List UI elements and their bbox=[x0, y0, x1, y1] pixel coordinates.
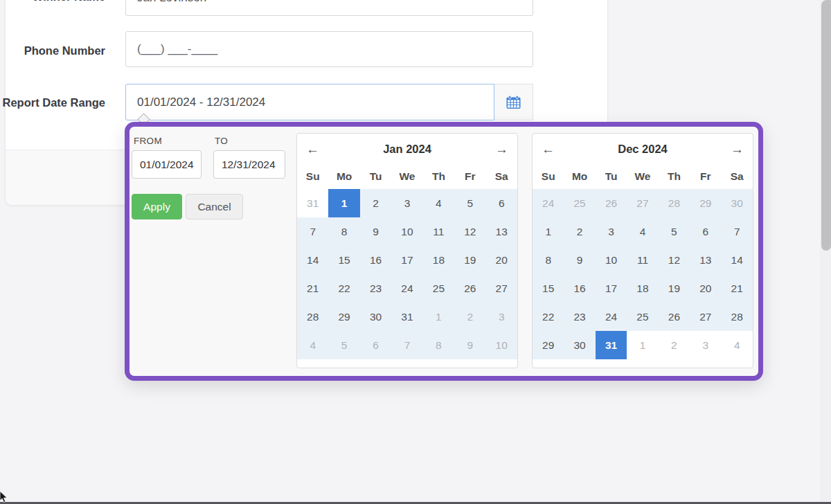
prev-month-icon[interactable]: ← bbox=[542, 143, 555, 156]
calendar-day[interactable]: 18 bbox=[423, 246, 454, 274]
calendar-day[interactable]: 3 bbox=[596, 217, 627, 246]
winner-name-input[interactable] bbox=[125, 0, 533, 16]
calendar-day[interactable]: 4 bbox=[722, 331, 753, 359]
calendar-day[interactable]: 10 bbox=[596, 246, 627, 274]
calendar-day[interactable]: 28 bbox=[659, 189, 690, 217]
calendar-day[interactable]: 16 bbox=[360, 246, 391, 274]
calendar-day[interactable]: 25 bbox=[627, 303, 658, 331]
calendar-day[interactable]: 20 bbox=[486, 246, 517, 274]
apply-button[interactable]: Apply bbox=[132, 194, 182, 219]
calendar-day[interactable]: 4 bbox=[297, 331, 328, 359]
calendar-day[interactable]: 10 bbox=[486, 331, 517, 359]
calendar-day[interactable]: 5 bbox=[454, 189, 485, 217]
calendar-day[interactable]: 22 bbox=[533, 303, 564, 331]
calendar-day[interactable]: 11 bbox=[423, 217, 454, 246]
calendar-day[interactable]: 6 bbox=[486, 189, 517, 217]
prev-month-icon[interactable]: ← bbox=[306, 143, 319, 156]
calendar-day[interactable]: 28 bbox=[297, 303, 328, 331]
calendar-day[interactable]: 15 bbox=[328, 246, 359, 274]
calendar-day[interactable]: 6 bbox=[360, 331, 391, 359]
calendar-day[interactable]: 30 bbox=[722, 189, 753, 217]
calendar-day[interactable]: 9 bbox=[360, 217, 391, 246]
calendar-day[interactable]: 7 bbox=[297, 217, 328, 246]
calendar-day[interactable]: 5 bbox=[328, 331, 359, 359]
calendar-icon bbox=[506, 96, 521, 109]
calendar-day[interactable]: 19 bbox=[454, 246, 485, 274]
calendar-day[interactable]: 30 bbox=[564, 331, 595, 359]
calendar-day[interactable]: 19 bbox=[659, 274, 690, 303]
calendar-day[interactable]: 17 bbox=[596, 274, 627, 303]
calendar-day[interactable]: 13 bbox=[486, 217, 517, 246]
calendar-day[interactable]: 12 bbox=[659, 246, 690, 274]
calendar-day[interactable]: 24 bbox=[391, 274, 422, 303]
calendar-day[interactable]: 5 bbox=[659, 217, 690, 246]
next-month-icon[interactable]: → bbox=[731, 143, 744, 156]
calendar-day[interactable]: 12 bbox=[454, 217, 485, 246]
calendar-day[interactable]: 2 bbox=[659, 331, 690, 359]
calendar-day[interactable]: 23 bbox=[360, 274, 391, 303]
calendar-day[interactable]: 31 bbox=[596, 331, 627, 359]
calendar-day[interactable]: 4 bbox=[627, 217, 658, 246]
weekday-label: Tu bbox=[596, 164, 627, 189]
calendar-day[interactable]: 22 bbox=[328, 274, 359, 303]
calendar-day[interactable]: 28 bbox=[722, 303, 753, 331]
calendar-day[interactable]: 29 bbox=[533, 331, 564, 359]
calendar-day[interactable]: 31 bbox=[391, 303, 422, 331]
from-date-input[interactable] bbox=[132, 150, 202, 179]
calendar-day[interactable]: 1 bbox=[533, 217, 564, 246]
date-range-addon-button[interactable] bbox=[494, 84, 533, 120]
calendar-day[interactable]: 23 bbox=[564, 303, 595, 331]
report-date-range-input[interactable] bbox=[125, 84, 494, 120]
calendar-day[interactable]: 18 bbox=[627, 274, 658, 303]
calendar-day[interactable]: 1 bbox=[423, 303, 454, 331]
calendar-day[interactable]: 25 bbox=[564, 189, 595, 217]
calendar-day[interactable]: 9 bbox=[564, 246, 595, 274]
scrollbar-thumb[interactable] bbox=[821, 0, 831, 251]
calendar-day[interactable]: 3 bbox=[690, 331, 721, 359]
calendar-day[interactable]: 6 bbox=[690, 217, 721, 246]
calendar-day[interactable]: 2 bbox=[454, 303, 485, 331]
calendar-day[interactable]: 3 bbox=[486, 303, 517, 331]
calendar-day[interactable]: 4 bbox=[423, 189, 454, 217]
calendar-day[interactable]: 7 bbox=[391, 331, 422, 359]
calendar-day[interactable]: 8 bbox=[328, 217, 359, 246]
calendar-day[interactable]: 15 bbox=[533, 274, 564, 303]
calendar-day[interactable]: 2 bbox=[564, 217, 595, 246]
calendar-day[interactable]: 1 bbox=[328, 189, 359, 217]
calendar-day[interactable]: 26 bbox=[454, 274, 485, 303]
cursor-icon bbox=[0, 491, 8, 504]
calendar-day[interactable]: 21 bbox=[297, 274, 328, 303]
calendar-day[interactable]: 24 bbox=[596, 303, 627, 331]
calendar-day[interactable]: 31 bbox=[297, 189, 328, 217]
phone-number-input[interactable] bbox=[125, 31, 533, 67]
calendar-day[interactable]: 26 bbox=[659, 303, 690, 331]
calendar-day[interactable]: 2 bbox=[360, 189, 391, 217]
calendar-day[interactable]: 29 bbox=[690, 189, 721, 217]
calendar-day[interactable]: 14 bbox=[722, 246, 753, 274]
calendar-day[interactable]: 3 bbox=[391, 189, 422, 217]
calendar-day[interactable]: 24 bbox=[533, 189, 564, 217]
calendar-day[interactable]: 20 bbox=[690, 274, 721, 303]
to-date-input[interactable] bbox=[213, 150, 285, 179]
calendar-day[interactable]: 16 bbox=[564, 274, 595, 303]
calendar-day[interactable]: 29 bbox=[328, 303, 359, 331]
calendar-day[interactable]: 27 bbox=[486, 274, 517, 303]
calendar-day[interactable]: 30 bbox=[360, 303, 391, 331]
calendar-day[interactable]: 25 bbox=[423, 274, 454, 303]
calendar-day[interactable]: 27 bbox=[690, 303, 721, 331]
calendar-day[interactable]: 1 bbox=[627, 331, 658, 359]
calendar-day[interactable]: 9 bbox=[454, 331, 485, 359]
next-month-icon[interactable]: → bbox=[495, 143, 508, 156]
calendar-day[interactable]: 17 bbox=[391, 246, 422, 274]
calendar-day[interactable]: 26 bbox=[596, 189, 627, 217]
calendar-day[interactable]: 8 bbox=[423, 331, 454, 359]
calendar-day[interactable]: 21 bbox=[722, 274, 753, 303]
calendar-day[interactable]: 27 bbox=[627, 189, 658, 217]
calendar-day[interactable]: 10 bbox=[391, 217, 422, 246]
calendar-day[interactable]: 13 bbox=[690, 246, 721, 274]
cancel-button[interactable]: Cancel bbox=[186, 194, 243, 219]
calendar-day[interactable]: 8 bbox=[533, 246, 564, 274]
calendar-day[interactable]: 14 bbox=[297, 246, 328, 274]
calendar-day[interactable]: 7 bbox=[722, 217, 753, 246]
calendar-day[interactable]: 11 bbox=[627, 246, 658, 274]
